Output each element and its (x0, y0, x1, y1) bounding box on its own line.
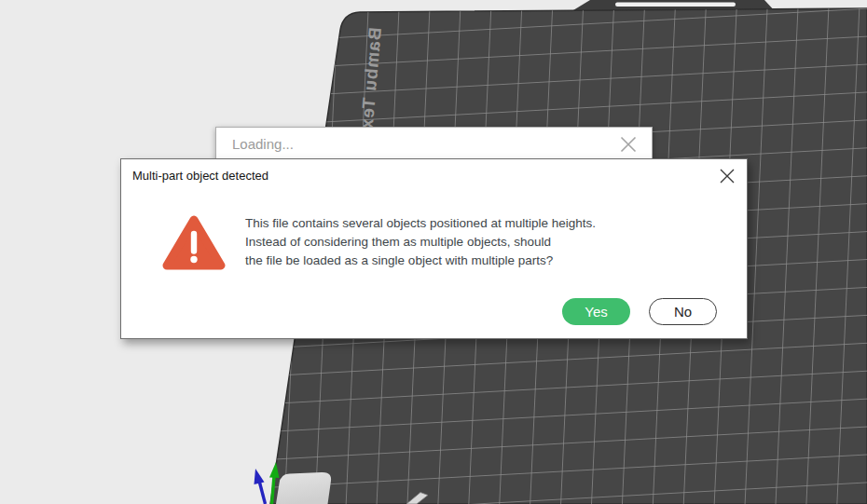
dialog-message-line: the file be loaded as a single object wi… (245, 252, 596, 270)
dialog-message-line: This file contains several objects posit… (245, 214, 596, 233)
loading-dialog-title: Loading... (232, 128, 294, 160)
no-button[interactable]: No (649, 298, 717, 325)
dialog-title: Multi-part object detected (132, 169, 268, 183)
dialog-message-line: Instead of considering them as multiple … (245, 233, 596, 252)
yes-button[interactable]: Yes (562, 298, 630, 325)
axis-arrow-blue-head (255, 469, 265, 484)
warning-icon (162, 213, 226, 271)
close-icon[interactable] (620, 136, 637, 153)
multipart-dialog: Multi-part object detected This file con… (120, 158, 748, 339)
3d-viewport[interactable]: Bambu Tex Loading... Multi-part object d… (0, 0, 867, 504)
axis-arrow-blue (259, 481, 266, 504)
dialog-message: This file contains several objects posit… (245, 214, 596, 270)
close-icon[interactable] (720, 169, 735, 184)
plate-handle-slot (615, 3, 736, 7)
flat-object[interactable] (276, 472, 331, 504)
